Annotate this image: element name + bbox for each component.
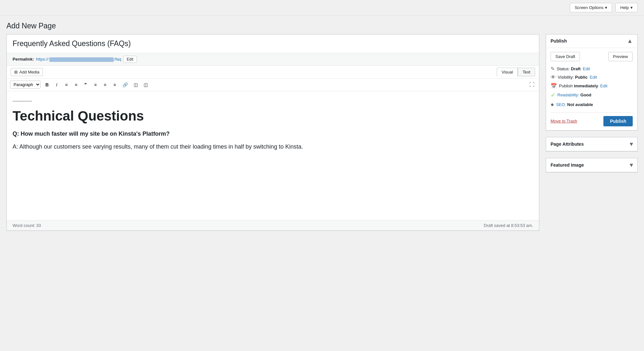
page-attributes-header[interactable]: Page Attributes ▾: [546, 137, 637, 151]
sidebar: Publish ▲ Save Draft Preview ✎ Status: D…: [546, 34, 638, 179]
visibility-row: 👁 Visibility: Public Edit: [551, 74, 633, 80]
editor-toolbar-top: ⊞ Add Media Visual Text: [7, 66, 539, 79]
content-divider: [13, 101, 32, 102]
unordered-list-button[interactable]: ≡: [62, 80, 71, 89]
page-title-input[interactable]: [7, 34, 539, 53]
publish-time-row: 📅 Publish immediately Edit: [551, 83, 633, 89]
publish-button[interactable]: Publish: [603, 116, 633, 126]
blockquote-button[interactable]: ❞: [81, 80, 90, 89]
status-row: ✎ Status: Draft Edit: [551, 66, 633, 72]
status-label: Status:: [557, 66, 570, 71]
seo-row: ● SEO: Not available: [551, 101, 633, 108]
visual-text-tabs: Visual Text: [497, 68, 535, 76]
align-right-button[interactable]: ≡: [110, 80, 119, 89]
visibility-label: Visibility:: [558, 75, 574, 80]
publish-panel-body: Save Draft Preview ✎ Status: Draft Edit …: [546, 48, 637, 130]
blurred-url: [49, 57, 114, 62]
ordered-list-button[interactable]: ≡: [72, 80, 81, 89]
publish-time-edit-link[interactable]: Edit: [600, 83, 607, 88]
preview-button[interactable]: Preview: [608, 52, 633, 61]
chevron-down-icon: ▾: [630, 5, 633, 10]
readability-link[interactable]: Readability:: [557, 93, 579, 97]
calendar-icon: 📅: [551, 83, 557, 89]
page-attributes-panel: Page Attributes ▾: [546, 137, 638, 151]
save-draft-button[interactable]: Save Draft: [551, 52, 580, 61]
screen-options-label: Screen Options: [575, 5, 604, 10]
tab-visual[interactable]: Visual: [497, 68, 518, 76]
featured-image-panel: Featured Image ▾: [546, 158, 638, 172]
page-attributes-chevron: ▾: [630, 141, 633, 148]
permalink-url: https:///faq: [36, 57, 121, 62]
readability-row: ✓ Readability: Good: [551, 92, 633, 99]
permalink-edit-button[interactable]: Edit: [123, 56, 137, 63]
permalink-bar: Permalink: https:///faq Edit: [7, 53, 539, 66]
seo-icon: ●: [551, 101, 554, 108]
format-select[interactable]: Paragraph: [10, 81, 41, 89]
visibility-value: Public: [575, 75, 588, 80]
help-button[interactable]: Help ▾: [615, 3, 638, 12]
visibility-icon: 👁: [551, 74, 556, 80]
add-media-button[interactable]: ⊞ Add Media: [11, 68, 43, 76]
align-center-button[interactable]: ≡: [101, 80, 110, 89]
seo-link[interactable]: SEO:: [556, 102, 566, 107]
publish-panel-title: Publish: [551, 38, 567, 44]
add-media-icon: ⊞: [14, 70, 18, 74]
page-title: Add New Page: [6, 21, 638, 31]
add-media-label: Add Media: [19, 70, 39, 74]
seo-value: Not available: [567, 102, 593, 107]
permalink-label: Permalink:: [13, 57, 34, 62]
kitchen-sink-button[interactable]: ◫: [141, 80, 150, 89]
fullscreen-button[interactable]: ⛶: [528, 81, 536, 89]
content-heading: Technical Questions: [13, 108, 533, 124]
featured-image-header[interactable]: Featured Image ▾: [546, 158, 637, 172]
chevron-down-icon: ▾: [605, 5, 607, 10]
publish-bottom-row: Move to Trash Publish: [551, 112, 633, 126]
help-label: Help: [620, 5, 629, 10]
featured-image-title: Featured Image: [551, 162, 584, 168]
publish-immediately-value: immediately: [574, 83, 598, 88]
content-question: Q: How much faster will my site be on Ki…: [13, 131, 533, 137]
publish-panel-header[interactable]: Publish ▲: [546, 34, 637, 48]
tab-text[interactable]: Text: [518, 68, 535, 76]
editor-footer: Word count: 33 Draft saved at 8:53:53 am…: [7, 220, 539, 230]
content-answer: A: Although our customers see varying re…: [13, 142, 533, 152]
insert-table-button[interactable]: ◫: [131, 80, 140, 89]
word-count: Word count: 33: [13, 223, 41, 228]
italic-button[interactable]: I: [52, 80, 61, 89]
editor-content[interactable]: Technical Questions Q: How much faster w…: [7, 91, 539, 220]
page-attributes-title: Page Attributes: [551, 141, 584, 147]
format-toolbar: Paragraph B I ≡ ≡ ❞ ≡ ≡ ≡ 🔗 ◫ ◫ ⛶: [7, 79, 539, 91]
visibility-edit-link[interactable]: Edit: [590, 75, 597, 80]
link-button[interactable]: 🔗: [120, 80, 130, 89]
status-edit-link[interactable]: Edit: [583, 66, 590, 71]
main-layout: Permalink: https:///faq Edit ⊞ Add Media…: [0, 34, 644, 237]
bold-button[interactable]: B: [43, 80, 52, 89]
top-bar: Screen Options ▾ Help ▾: [0, 0, 644, 15]
readability-icon: ✓: [551, 92, 555, 99]
featured-image-chevron: ▾: [630, 161, 633, 169]
editor-area: Permalink: https:///faq Edit ⊞ Add Media…: [6, 34, 539, 231]
publish-when-label: Publish: [559, 83, 573, 88]
readability-value: Good: [581, 93, 591, 97]
screen-options-button[interactable]: Screen Options ▾: [570, 3, 612, 12]
page-header: Add New Page: [0, 15, 644, 34]
publish-panel: Publish ▲ Save Draft Preview ✎ Status: D…: [546, 34, 638, 131]
align-left-button[interactable]: ≡: [91, 80, 100, 89]
status-icon: ✎: [551, 66, 555, 72]
publish-actions-row: Save Draft Preview: [551, 52, 633, 61]
draft-saved-status: Draft saved at 8:53:53 am.: [484, 223, 533, 228]
status-value: Draft: [571, 66, 581, 71]
publish-panel-chevron: ▲: [627, 38, 633, 44]
move-to-trash-button[interactable]: Move to Trash: [551, 119, 577, 123]
